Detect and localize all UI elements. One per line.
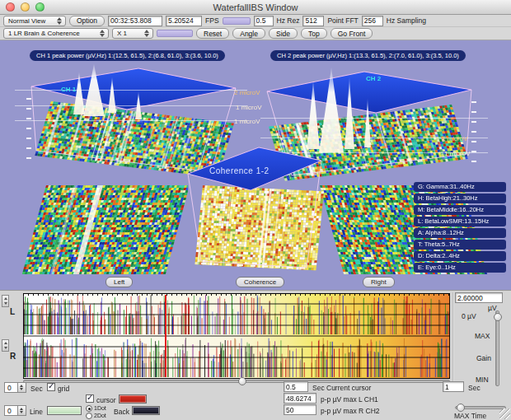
- fps-meter: [223, 17, 251, 25]
- grid-checkbox[interactable]: [47, 383, 55, 391]
- max-time-label: MAX Time: [454, 412, 486, 420]
- angle-button[interactable]: Angle: [232, 28, 265, 39]
- hz-rez-label: Hz Rez: [277, 16, 300, 25]
- dropdown-arrows-icon: [56, 16, 63, 26]
- cursor-checkbox[interactable]: [86, 394, 94, 403]
- back-label: Back: [114, 408, 129, 416]
- frequency-band-legend: G: Gamma:31..40Hz H: BetaHigh:21..30Hz M…: [414, 182, 506, 273]
- pp-max-r-label: p-p µV max R CH2: [321, 407, 380, 415]
- toolbar-secondary: 1 LR Brain & Coherence X 1 Reset Angle S…: [0, 27, 511, 40]
- reset-button[interactable]: Reset: [196, 28, 229, 39]
- legend-item-gamma: G: Gamma:31..40Hz: [414, 182, 506, 192]
- time-scroll-thumb[interactable]: [238, 377, 246, 385]
- elapsed-time-display: 00:32:53.808: [108, 16, 162, 26]
- fps-label: FPS: [205, 16, 219, 25]
- zoom-window-button[interactable]: [35, 2, 45, 12]
- window-sec-input[interactable]: [443, 381, 464, 392]
- window-title: WaterfallIBS Window: [0, 2, 511, 12]
- close-button[interactable]: [6, 2, 15, 12]
- legend-item-delta: D: Delta:2..4Hz: [414, 251, 506, 261]
- legend-item-beta-high: H: BetaHigh:21..30Hz: [414, 194, 506, 203]
- one-dot-radio[interactable]: [86, 405, 92, 412]
- sec-label: Sec: [30, 385, 43, 393]
- coherence-floor-label: Coherence: [236, 277, 284, 287]
- scale-label-1uv-left-front: 1 microV: [234, 118, 260, 125]
- line-color-swatch[interactable]: [47, 406, 82, 415]
- zoom-factor-select[interactable]: X 1: [112, 28, 153, 39]
- scale-label-1uv-right: 1 microV: [444, 150, 471, 157]
- right-floor-label: Right: [363, 277, 395, 287]
- max-label: MAX: [475, 332, 490, 340]
- hz-rez-input[interactable]: [254, 16, 274, 26]
- scale-label-2uv-right: 2 microV: [442, 135, 468, 142]
- gain-slider[interactable]: [495, 310, 499, 386]
- cursor-color-swatch[interactable]: [119, 394, 147, 404]
- current-cursor-input[interactable]: [284, 381, 308, 392]
- back-color-swatch[interactable]: [132, 406, 160, 415]
- pp-max-l-input[interactable]: [284, 393, 316, 404]
- line-stepper[interactable]: 0: [4, 405, 26, 416]
- gain-slider-thumb[interactable]: [494, 313, 502, 321]
- coherence-plot[interactable]: [183, 138, 326, 274]
- dropdown-arrows-icon: [143, 29, 150, 38]
- ch2-axis-label: CH 2: [366, 75, 381, 82]
- grid-checkbox-label: grid: [58, 385, 69, 393]
- panel-divider: [452, 292, 454, 386]
- go-front-button[interactable]: Go Front: [331, 28, 373, 39]
- stepper-arrows-icon[interactable]: [18, 405, 26, 416]
- fft-points-input[interactable]: [302, 16, 324, 26]
- scale-label-1uv-left: 1 microV: [236, 104, 262, 111]
- left-spectrogram-panel[interactable]: [21, 185, 188, 274]
- window-sec-label: Sec: [468, 384, 481, 392]
- display-mode-value: 1 LR Brain & Coherence: [8, 30, 80, 37]
- ch2-peak-power-label: CH 2 peak power (µV,Hz) 1:(13.3, 61.5), …: [270, 50, 466, 61]
- gain-value-input[interactable]: [455, 292, 503, 303]
- minimize-button[interactable]: [21, 2, 30, 12]
- left-channel-label: L: [10, 307, 15, 316]
- sampling-input[interactable]: [362, 16, 383, 26]
- app-window: WaterfallIBS Window Normal View Option 0…: [0, 0, 511, 420]
- ch1-peak-power-label: CH 1 peak power (µV,Hz) 1:(12.5, 61.5), …: [30, 50, 225, 61]
- coherence-title: Coherence 1-2: [209, 166, 270, 175]
- sampling-label: Hz Sampling: [387, 16, 426, 25]
- zero-uv-label: 0 µV: [462, 312, 476, 320]
- right-channel-label: R: [10, 352, 16, 361]
- display-mode-select[interactable]: 1 LR Brain & Coherence: [3, 28, 109, 39]
- legend-item-eye: E: Eye:0..1Hz: [414, 263, 506, 273]
- option-button[interactable]: Option: [69, 16, 105, 26]
- r-scale-stepper[interactable]: [2, 339, 9, 352]
- l-scale-stepper[interactable]: [2, 295, 9, 307]
- two-dot-radio[interactable]: [86, 413, 92, 419]
- line-stepper-value: 0: [4, 405, 18, 416]
- toolbar-primary: Normal View Option 00:32:53.808 5.20524 …: [0, 15, 511, 27]
- ch1-axis-label: CH 1: [61, 86, 76, 93]
- zoom-factor-value: X 1: [117, 30, 127, 37]
- min-label: MIN: [476, 376, 489, 384]
- traffic-lights: [6, 2, 45, 12]
- control-panel: L R µV 0 µV MAX Gain MIN 0 Sec grid Sec …: [0, 290, 511, 420]
- time-scroll-slider[interactable]: [23, 380, 450, 383]
- legend-item-beta-middle: M: BetaMiddle:16..20Hz: [414, 205, 506, 215]
- legend-item-theta: T: Theta:5..7Hz: [414, 240, 506, 250]
- top-button[interactable]: Top: [301, 28, 327, 39]
- view-mode-select[interactable]: Normal View: [3, 16, 66, 26]
- gain-label: Gain: [476, 354, 491, 362]
- resize-grip[interactable]: [499, 408, 510, 419]
- side-button[interactable]: Side: [269, 28, 298, 39]
- max-time-thumb[interactable]: [457, 404, 465, 412]
- stepper-arrows-icon[interactable]: [18, 382, 26, 393]
- eeg-history-display[interactable]: [23, 293, 450, 379]
- pp-max-l-label: p-p µV max L CH1: [321, 395, 378, 404]
- pp-max-r-input[interactable]: [284, 404, 316, 415]
- dropdown-arrows-icon: [99, 29, 105, 38]
- two-dot-label: 2Dot: [94, 413, 106, 418]
- one-dot-label: 1Dot: [94, 405, 106, 411]
- fps-value-display: 5.20524: [166, 16, 202, 26]
- cursor-checkbox-label: cursor: [96, 396, 116, 404]
- max-time-slider[interactable]: [455, 406, 506, 409]
- offset-stepper[interactable]: 0: [4, 382, 26, 393]
- left-floor-label: Left: [105, 277, 133, 287]
- scale-label-2uv-left: 2 microV: [234, 89, 260, 96]
- fft-points-label: Point FFT: [327, 16, 358, 25]
- 3d-visualization-area: CH 1 peak power (µV,Hz) 1:(12.5, 61.5), …: [0, 40, 511, 290]
